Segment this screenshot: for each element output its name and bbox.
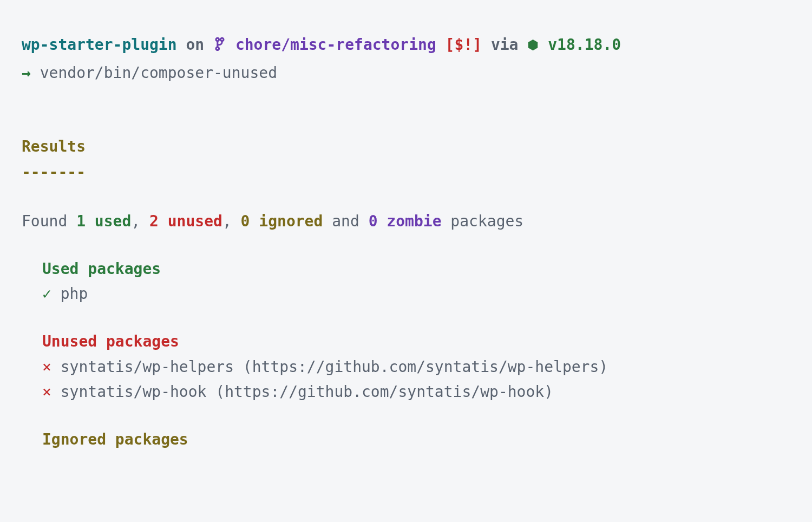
package-name: syntatis/wp-helpers (https://github.com/… bbox=[61, 358, 608, 376]
check-icon: ✓ bbox=[42, 285, 51, 303]
unused-count: 2 unused bbox=[149, 212, 222, 230]
node-version: v18.18.0 bbox=[548, 36, 621, 54]
package-name: php bbox=[61, 285, 88, 303]
hexagon-icon: ⬢ bbox=[527, 35, 539, 56]
found-text: Found bbox=[22, 212, 67, 230]
package-name: syntatis/wp-hook (https://github.com/syn… bbox=[61, 383, 553, 401]
results-divider: ------- bbox=[22, 160, 790, 185]
ignored-count: 0 ignored bbox=[241, 212, 323, 230]
cross-icon: × bbox=[42, 358, 51, 376]
project-name: wp-starter-plugin bbox=[22, 36, 177, 54]
ignored-heading: Ignored packages bbox=[42, 427, 790, 452]
sep2: , bbox=[222, 212, 232, 230]
via-text: via bbox=[491, 36, 519, 54]
unused-section: Unused packages × syntatis/wp-helpers (h… bbox=[22, 329, 790, 404]
branch-name: chore/misc-refactoring bbox=[235, 36, 436, 54]
sep1: , bbox=[131, 212, 140, 230]
prompt-line: wp-starter-plugin on chore/misc-refactor… bbox=[22, 32, 790, 58]
terminal-output: wp-starter-plugin on chore/misc-refactor… bbox=[22, 32, 790, 452]
unused-item: × syntatis/wp-hook (https://github.com/s… bbox=[42, 380, 790, 404]
results-heading: Results bbox=[22, 134, 790, 159]
used-section: Used packages ✓ php bbox=[22, 257, 790, 306]
ignored-section: Ignored packages bbox=[22, 427, 790, 452]
used-item: ✓ php bbox=[42, 282, 790, 306]
prompt-arrow: → bbox=[22, 64, 31, 82]
unused-item: × syntatis/wp-helpers (https://github.co… bbox=[42, 355, 790, 380]
command-text: vendor/bin/composer-unused bbox=[40, 64, 277, 82]
summary-line: Found 1 used, 2 unused, 0 ignored and 0 … bbox=[22, 209, 790, 234]
and-text: and bbox=[332, 212, 359, 230]
git-branch-icon bbox=[213, 34, 226, 58]
used-count: 1 used bbox=[76, 212, 131, 230]
command-line: → vendor/bin/composer-unused bbox=[22, 61, 790, 86]
unused-heading: Unused packages bbox=[42, 329, 790, 354]
cross-icon: × bbox=[42, 383, 51, 401]
git-status: [$!] bbox=[446, 36, 482, 54]
results-heading-block: Results ------- bbox=[22, 134, 790, 184]
on-text: on bbox=[186, 36, 204, 54]
used-heading: Used packages bbox=[42, 257, 790, 282]
packages-text: packages bbox=[450, 212, 523, 230]
zombie-count: 0 zombie bbox=[369, 212, 442, 230]
